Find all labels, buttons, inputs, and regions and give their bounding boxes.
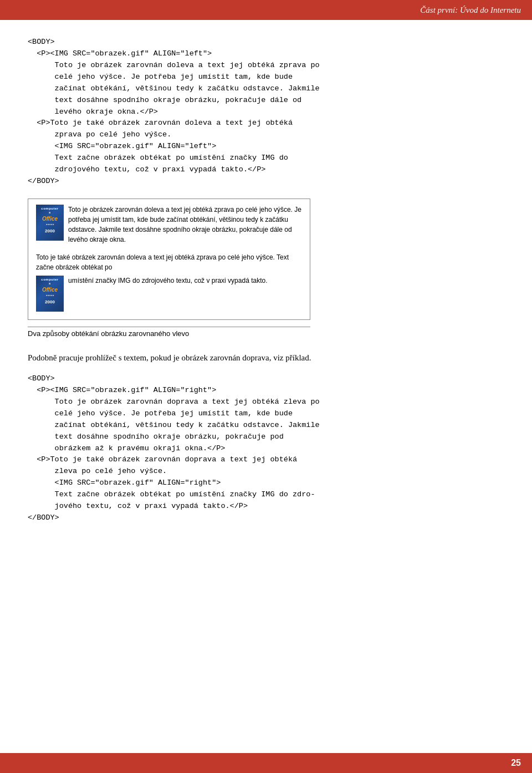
text-keyword-6: text — [55, 433, 73, 441]
code-line-2: obrázkem až k pravému okraji okna.</P> — [28, 443, 504, 455]
code-line-2: <P>Toto je také obrázek zarovnán doprava… — [28, 454, 504, 466]
code-line: <P>Toto je také obrázek zarovnán doleva … — [28, 118, 504, 129]
text-keyword-3: text — [225, 119, 243, 127]
logo-sub-text: ●●●●● — [45, 222, 54, 227]
code-block-2: <BODY> <P><IMG SRC="obrazek.gif" ALIGN="… — [28, 373, 504, 524]
code-line: Toto je obrázek zarovnán doleva a text j… — [28, 60, 504, 72]
code-line-2: text dosáhne spodního okraje obrázku, po… — [28, 431, 504, 443]
text-keyword: text — [207, 61, 225, 69]
toto-text-2: Toto — [50, 119, 68, 127]
text-keyword-8: Text — [55, 490, 73, 499]
code-line: <BODY> — [28, 37, 504, 48]
code-line: celé jeho výšce. Je potřeba jej umístit … — [28, 72, 504, 83]
logo-top-text-2: computers — [41, 278, 58, 286]
code-line: text dosáhne spodního okraje obrázku, po… — [28, 95, 504, 106]
figure-caption-line — [28, 324, 310, 327]
page-number-bar: 25 — [0, 753, 532, 773]
figure-caption: Dva způsoby obtékání obrázku zarovnaného… — [28, 329, 504, 338]
figure-image-2: computers Office ●●●●● 2000 — [36, 276, 64, 312]
code-line-2: Text začne obrázek obtékat po umístění z… — [28, 489, 504, 501]
code-line-2: <IMG SRC="obrazek.gif" ALIGN="right"> — [28, 477, 504, 489]
code-line: <IMG SRC="obrazek.gif" ALIGN="left"> — [28, 141, 504, 152]
code-line: zprava po celé jeho výšce. — [28, 129, 504, 141]
code-line: <P><IMG SRC="obrazek.gif" ALIGN="left"> — [28, 48, 504, 60]
code-line-2: začínat obtékání, většinou tedy k začátk… — [28, 420, 504, 431]
logo-main-text: Office — [42, 216, 58, 222]
figure-box: computers Office ●●●●● 2000 Toto je obrá… — [28, 199, 310, 320]
textu-keyword: textu — [104, 165, 127, 174]
logo-top-text: computers — [41, 207, 58, 215]
code-line: levého okraje okna.</P> — [28, 106, 504, 118]
figure-para-2-after: umístění značky IMG do zdrojového textu,… — [68, 276, 268, 286]
textu-keyword-2: textu — [86, 502, 109, 510]
toto-text-3: Toto — [55, 398, 73, 406]
text-keyword-2: text — [55, 96, 73, 104]
code-line-2: jového textu, což v praxi vypadá takto.<… — [28, 501, 504, 512]
code-line-2: <P><IMG SRC="obrazek.gif" ALIGN="right"> — [28, 385, 504, 396]
logo-main-text-2: Office — [42, 287, 58, 293]
header-bar: Část první: Úvod do Internetu — [0, 0, 532, 20]
page-container: Část první: Úvod do Internetu <BODY> <P>… — [0, 0, 532, 773]
code-line-2: celé jeho výšce. Je potřeba jej umístit … — [28, 408, 504, 420]
figure-para-2-before: Toto je také obrázek zarovnán doleva a t… — [36, 252, 302, 272]
code-line: začínat obtékání, většinou tedy k začátk… — [28, 83, 504, 95]
code-line: </BODY> — [28, 176, 504, 187]
logo-sub-text-2: ●●●●● — [45, 293, 54, 298]
logo-year-text: 2000 — [45, 228, 55, 235]
figure-image-1: computers Office ●●●●● 2000 — [36, 205, 64, 241]
code-line-2: zleva po celé jeho výšce. — [28, 466, 504, 477]
text-keyword-4: Text — [55, 154, 73, 162]
figure-para-1: Toto je obrázek zarovnán doleva a text j… — [68, 205, 302, 245]
header-title: Část první: Úvod do Internetu — [420, 6, 521, 15]
text-keyword-5: text — [212, 398, 229, 406]
toto-text-4: Toto — [50, 455, 68, 464]
text-keyword-7: text — [230, 455, 248, 464]
body-text-content: Podobně pracuje prohlížeč s textem, poku… — [28, 353, 311, 362]
code-block-1: <BODY> <P><IMG SRC="obrazek.gif" ALIGN="… — [28, 37, 504, 187]
code-line-2: </BODY> — [28, 512, 504, 524]
body-paragraph: Podobně pracuje prohlížeč s textem, poku… — [28, 351, 504, 364]
page-number: 25 — [511, 758, 521, 768]
toto-text: Toto — [55, 61, 73, 69]
code-line-2: Toto je obrázek zarovnán doprava a text … — [28, 396, 504, 408]
code-line: zdrojového textu, což v praxi vypadá tak… — [28, 164, 504, 176]
main-content: <BODY> <P><IMG SRC="obrazek.gif" ALIGN="… — [0, 20, 532, 562]
code-line-2: <BODY> — [28, 373, 504, 385]
figure-section-1: computers Office ●●●●● 2000 Toto je obrá… — [36, 205, 302, 245]
logo-year-text-2: 2000 — [45, 299, 55, 306]
code-line: Text začne obrázek obtékat po umístění z… — [28, 152, 504, 164]
figure-section-2: Toto je také obrázek zarovnán doleva a t… — [36, 252, 302, 312]
